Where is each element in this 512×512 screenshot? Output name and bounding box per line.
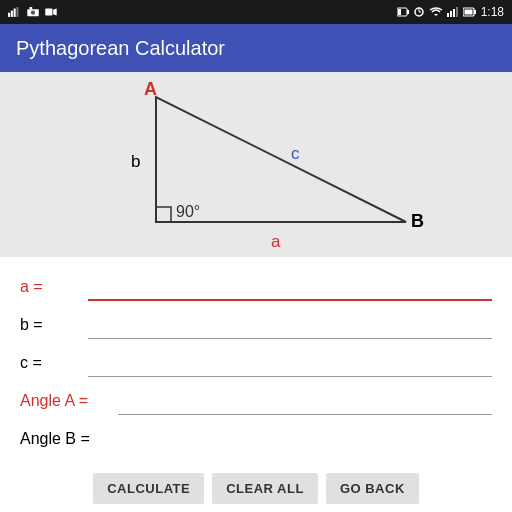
clear-all-button[interactable]: CLEAR ALL <box>212 473 318 504</box>
battery-icon <box>463 7 477 17</box>
time-display: 1:18 <box>481 5 504 19</box>
battery-low-icon <box>397 7 409 17</box>
label-a: a = <box>20 278 80 296</box>
status-bar: 1:18 <box>0 0 512 24</box>
alarm-icon <box>413 7 425 17</box>
status-icons-left <box>8 7 58 17</box>
svg-rect-10 <box>407 10 409 14</box>
field-row-b: b = <box>20 307 492 343</box>
side-b-label: b <box>131 152 140 171</box>
svg-rect-19 <box>456 7 458 17</box>
signal-icon <box>8 7 22 17</box>
video-icon <box>44 7 58 17</box>
field-row-a: a = <box>20 269 492 305</box>
go-back-button[interactable]: GO BACK <box>326 473 419 504</box>
field-row-c: c = <box>20 345 492 381</box>
label-c: c = <box>20 354 80 372</box>
app-title: Pythagorean Calculator <box>16 37 225 60</box>
svg-rect-11 <box>398 9 401 15</box>
diagram-area: A B b c a 90° <box>0 72 512 257</box>
input-c[interactable] <box>88 349 492 377</box>
label-b: b = <box>20 316 80 334</box>
field-row-angle-b: Angle B = <box>20 421 492 457</box>
svg-point-5 <box>31 11 35 15</box>
angle-label: 90° <box>176 203 200 220</box>
side-a-label: a <box>271 232 281 251</box>
svg-rect-24 <box>156 207 171 222</box>
svg-rect-16 <box>447 13 449 17</box>
app-bar: Pythagorean Calculator <box>0 24 512 72</box>
svg-rect-22 <box>464 10 472 15</box>
camera-icon <box>26 7 40 17</box>
svg-rect-2 <box>14 9 16 17</box>
svg-rect-21 <box>474 10 476 14</box>
label-angle-a: Angle A = <box>20 392 110 410</box>
svg-rect-3 <box>16 7 18 17</box>
button-row: CALCULATE CLEAR ALL GO BACK <box>0 465 512 512</box>
svg-rect-1 <box>11 11 13 17</box>
svg-marker-15 <box>434 14 438 16</box>
triangle-diagram: A B b c a 90° <box>76 77 436 252</box>
calculate-button[interactable]: CALCULATE <box>93 473 204 504</box>
svg-rect-17 <box>450 11 452 17</box>
field-row-angle-a: Angle A = <box>20 383 492 419</box>
svg-marker-8 <box>53 8 57 15</box>
vertex-b-label: B <box>411 211 424 231</box>
svg-rect-7 <box>45 8 52 15</box>
input-b[interactable] <box>88 311 492 339</box>
svg-rect-6 <box>29 7 32 9</box>
svg-rect-18 <box>453 9 455 17</box>
label-angle-b: Angle B = <box>20 430 110 448</box>
vertex-a-label: A <box>144 79 157 99</box>
input-angle-a[interactable] <box>118 387 492 415</box>
status-icons-right: 1:18 <box>397 5 504 19</box>
wifi-icon <box>429 7 443 17</box>
side-c-label: c <box>291 144 300 163</box>
signal-bars-icon <box>447 7 459 17</box>
form-area: a = b = c = Angle A = Angle B = <box>0 257 512 465</box>
input-a[interactable] <box>88 273 492 301</box>
svg-rect-0 <box>8 13 10 17</box>
